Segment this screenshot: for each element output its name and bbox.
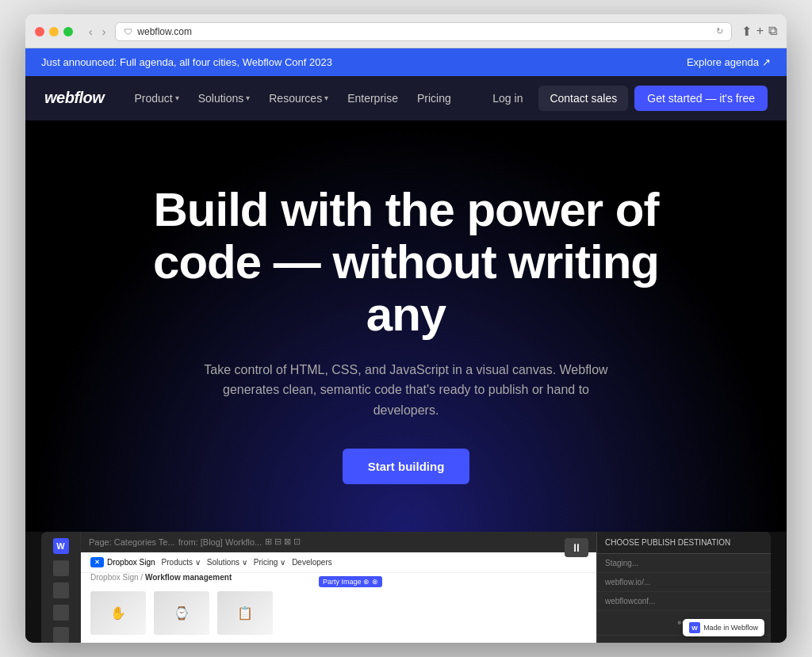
browser-chrome: ‹ › 🛡 webflow.com ↻ ⬆ + ⧉: [25, 14, 787, 48]
preview-section: W Page: Categories Te... from: [Blog] Wo…: [25, 532, 787, 643]
traffic-lights: [35, 27, 73, 36]
dropbox-sign-logo: ✕ Dropbox Sign: [90, 557, 155, 567]
thumbnail-1: ✋: [90, 591, 146, 635]
maximize-button[interactable]: [63, 27, 73, 36]
contact-sales-button[interactable]: Contact sales: [538, 86, 628, 111]
login-button[interactable]: Log in: [483, 87, 532, 109]
duplicate-icon[interactable]: ⧉: [768, 24, 777, 39]
webflow-logo[interactable]: webflow: [44, 89, 104, 107]
start-building-button[interactable]: Start building: [343, 449, 470, 484]
publish-option-1[interactable]: webflow.io/...: [597, 573, 771, 592]
sidebar-nav-icon: [53, 560, 69, 576]
nav-pricing[interactable]: Pricing: [409, 87, 459, 109]
webflow-badge-icon: W: [689, 622, 700, 633]
top-bar-left: Page: Categories Te... from: [Blog] Work…: [89, 537, 684, 547]
sidebar-layers-icon: [53, 583, 69, 598]
back-button[interactable]: ‹: [86, 24, 96, 40]
frame-nav-developers: Developers: [292, 558, 332, 567]
hero-title: Build with the power of code — without w…: [128, 184, 684, 341]
sidebar-pages-icon: [53, 605, 69, 621]
publish-option-2[interactable]: webflowconf...: [597, 592, 771, 611]
thumbnail-3: 📋: [217, 591, 273, 635]
editor-sidebar: W: [41, 532, 81, 643]
from-label: from: [Blog] Workflo...: [178, 537, 262, 547]
announcement-bar: Just announced: Full agenda, all four ci…: [25, 48, 787, 76]
frame-nav-products: Products ∨: [162, 558, 201, 567]
chevron-down-icon: ▾: [246, 94, 250, 102]
new-tab-icon[interactable]: +: [756, 24, 764, 39]
publish-staging: Staging...: [597, 554, 771, 573]
made-in-webflow-text: Made in Webflow: [703, 624, 758, 632]
dropbox-logo-badge: ✕: [90, 557, 104, 567]
nav-solutions[interactable]: Solutions ▾: [190, 87, 259, 109]
announcement-message: Just announced: Full agenda, all four ci…: [41, 56, 332, 68]
forward-button[interactable]: ›: [99, 24, 109, 40]
nav-links: Product ▾ Solutions ▾ Resources ▾ Enterp…: [126, 87, 483, 109]
nav-resources[interactable]: Resources ▾: [261, 87, 336, 109]
browser-window: ‹ › 🛡 webflow.com ↻ ⬆ + ⧉ Just announced…: [25, 14, 787, 644]
nav-buttons: ‹ ›: [86, 24, 109, 40]
selected-element-badge: Party Image ⊕ ⊗: [319, 576, 382, 587]
minimize-button[interactable]: [49, 27, 59, 36]
dropbox-sign-text: Dropbox Sign: [107, 558, 155, 567]
address-bar[interactable]: 🛡 webflow.com ↻: [115, 22, 731, 41]
nav-product[interactable]: Product ▾: [126, 87, 186, 109]
thumbnail-2: ⌚: [154, 591, 209, 635]
view-icons: ⊞ ⊟ ⊠ ⊡: [265, 537, 301, 547]
explore-agenda-link[interactable]: Explore agenda ↗: [687, 56, 771, 68]
browser-actions: ⬆ + ⧉: [741, 24, 777, 39]
frame-nav-pricing: Pricing ∨: [254, 558, 285, 567]
page-content: Just announced: Full agenda, all four ci…: [25, 48, 787, 644]
share-icon[interactable]: ⬆: [741, 24, 752, 39]
pause-button[interactable]: ⏸: [565, 538, 588, 557]
security-icon: 🛡: [124, 27, 132, 36]
placeholder-image: ✋: [90, 591, 146, 635]
chevron-down-icon: ▾: [324, 94, 328, 102]
url-display: webflow.com: [137, 26, 192, 37]
hero-subtitle: Take control of HTML, CSS, and JavaScrip…: [200, 360, 612, 421]
close-button[interactable]: [35, 27, 44, 36]
hero-section: Build with the power of code — without w…: [25, 120, 787, 533]
chevron-down-icon: ▾: [175, 94, 179, 102]
get-started-button[interactable]: Get started — it's free: [634, 86, 768, 111]
publish-panel-header: CHOOSE PUBLISH DESTINATION: [597, 532, 771, 554]
webflow-w-icon: W: [53, 538, 69, 554]
webflow-editor-preview: W Page: Categories Te... from: [Blog] Wo…: [41, 532, 771, 643]
nav-actions: Log in Contact sales Get started — it's …: [483, 86, 768, 111]
placeholder-image-2: ⌚: [154, 591, 209, 635]
frame-nav-solutions: Solutions ∨: [207, 558, 247, 567]
reload-button[interactable]: ↻: [716, 26, 723, 36]
placeholder-image-3: 📋: [217, 591, 273, 635]
main-navigation: webflow Product ▾ Solutions ▾ Resources …: [25, 76, 787, 120]
page-label: Page: Categories Te...: [89, 537, 175, 547]
sidebar-assets-icon: [53, 627, 69, 643]
party-image-badge: Party Image ⊕ ⊗: [319, 576, 382, 587]
made-in-webflow-badge[interactable]: W Made in Webflow: [683, 619, 764, 636]
nav-enterprise[interactable]: Enterprise: [339, 87, 406, 109]
